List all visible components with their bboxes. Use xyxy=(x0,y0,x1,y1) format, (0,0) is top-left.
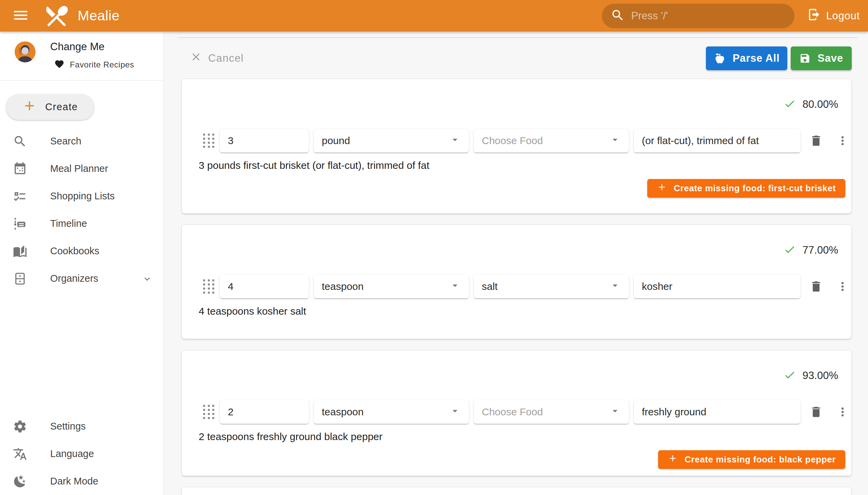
plus-icon xyxy=(657,182,667,194)
dropdown-arrow-icon xyxy=(609,134,621,148)
food-select[interactable]: Choose Food xyxy=(474,400,629,424)
more-options-button[interactable] xyxy=(835,279,850,294)
sidebar-item-label: Search xyxy=(50,136,81,147)
confidence-value: 93.00% xyxy=(803,370,838,382)
quantity-field[interactable] xyxy=(220,129,309,153)
unit-select[interactable]: pound xyxy=(313,129,469,153)
search-input[interactable] xyxy=(631,10,786,22)
ingredient-card: 80.00% pound Choose Food xyxy=(182,79,852,214)
sidebar-bottom-nav: Settings Language Dark Mode xyxy=(0,413,164,495)
chevron-down-icon xyxy=(142,274,153,286)
check-icon xyxy=(784,369,796,382)
sidebar-item-settings[interactable]: Settings xyxy=(0,413,164,440)
sidebar-divider xyxy=(0,80,164,81)
cancel-button[interactable]: Cancel xyxy=(190,51,244,66)
unit-value: teaspoon xyxy=(322,281,363,292)
quantity-field[interactable] xyxy=(220,400,309,424)
note-field[interactable] xyxy=(634,275,801,298)
plus-icon xyxy=(668,453,678,466)
sidebar-item-timeline[interactable]: Timeline xyxy=(0,210,164,237)
more-options-button[interactable] xyxy=(835,133,850,148)
moon-icon xyxy=(13,474,27,489)
unit-value: pound xyxy=(322,135,350,147)
create-missing-food-label: Create missing food: first-cut brisket xyxy=(674,183,836,193)
note-input[interactable] xyxy=(642,281,793,292)
dropdown-arrow-icon xyxy=(449,405,461,419)
ingredient-card: 93.00% teaspoon Choose Food xyxy=(182,350,852,476)
sidebar-item-cookbooks[interactable]: Cookbooks xyxy=(0,237,164,265)
sidebar-item-shopping-lists[interactable]: Shopping Lists xyxy=(0,183,164,210)
global-search[interactable] xyxy=(602,4,795,28)
quantity-field[interactable] xyxy=(220,275,309,298)
food-select[interactable]: Choose Food xyxy=(474,129,629,153)
note-field[interactable] xyxy=(634,129,801,153)
sidebar-item-label: Language xyxy=(50,448,94,459)
food-select[interactable]: salt xyxy=(474,275,629,298)
quantity-input[interactable] xyxy=(228,281,301,292)
sidebar: Change Me Favorite Recipes Create Search xyxy=(0,32,164,495)
more-options-button[interactable] xyxy=(835,405,850,420)
confidence-value: 77.00% xyxy=(803,244,838,256)
ingredient-fields: teaspoon salt xyxy=(182,275,852,298)
sidebar-item-organizers[interactable]: Organizers xyxy=(0,265,164,292)
sidebar-item-label: Settings xyxy=(50,421,86,432)
sidebar-item-label: Timeline xyxy=(50,218,87,229)
ingredient-fields: pound Choose Food xyxy=(182,129,852,153)
food-placeholder: Choose Food xyxy=(482,135,543,147)
original-ingredient-text: 4 teaspoons kosher salt xyxy=(199,306,306,317)
sidebar-item-search[interactable]: Search xyxy=(0,127,164,155)
parse-all-button[interactable]: Parse All xyxy=(706,47,787,70)
save-button[interactable]: Save xyxy=(791,47,852,70)
ingredient-fields: teaspoon Choose Food xyxy=(182,400,852,424)
ingredient-list: 80.00% pound Choose Food xyxy=(182,79,852,495)
drag-handle-icon[interactable] xyxy=(203,134,215,148)
note-input[interactable] xyxy=(642,406,793,418)
sidebar-item-label: Organizers xyxy=(50,273,98,284)
logout-icon xyxy=(807,8,821,24)
parse-status: 93.00% xyxy=(784,369,838,382)
create-missing-food-button[interactable]: Create missing food: black pepper xyxy=(658,450,845,469)
app-title: Mealie xyxy=(78,8,120,24)
quantity-input[interactable] xyxy=(228,135,301,147)
create-button-label: Create xyxy=(45,101,78,113)
user-block: Change Me Favorite Recipes xyxy=(0,32,164,80)
main-content: Cancel Parse All Save xyxy=(164,32,868,495)
calendar-icon xyxy=(13,162,27,176)
drag-handle-icon[interactable] xyxy=(203,405,215,419)
check-icon xyxy=(784,98,796,111)
delete-button[interactable] xyxy=(809,279,823,294)
parse-status: 80.00% xyxy=(784,98,838,111)
delete-button[interactable] xyxy=(809,405,823,420)
note-input[interactable] xyxy=(642,135,793,147)
menu-button[interactable] xyxy=(11,6,30,25)
drag-handle-icon[interactable] xyxy=(203,279,215,294)
note-field[interactable] xyxy=(634,400,801,424)
search-icon xyxy=(13,134,27,149)
sidebar-item-dark-mode[interactable]: Dark Mode xyxy=(0,467,164,495)
close-icon xyxy=(190,51,202,66)
unit-value: teaspoon xyxy=(322,406,363,418)
create-missing-food-label: Create missing food: black pepper xyxy=(684,454,836,465)
create-button[interactable]: Create xyxy=(6,94,94,120)
original-ingredient-text: 2 teaspoons freshly ground black pepper xyxy=(199,431,382,442)
sidebar-item-meal-planner[interactable]: Meal Planner xyxy=(0,155,164,183)
create-missing-food-button[interactable]: Create missing food: first-cut brisket xyxy=(647,179,845,198)
dropdown-arrow-icon xyxy=(449,280,461,294)
unit-select[interactable]: teaspoon xyxy=(313,275,469,298)
food-value: salt xyxy=(482,281,498,292)
delete-button[interactable] xyxy=(809,133,823,148)
quantity-input[interactable] xyxy=(228,406,301,418)
food-placeholder: Choose Food xyxy=(482,406,543,418)
favorite-recipes-link[interactable]: Favorite Recipes xyxy=(54,59,134,70)
favorite-recipes-label: Favorite Recipes xyxy=(70,60,134,69)
heart-icon xyxy=(54,59,64,70)
mealie-logo-icon xyxy=(43,2,70,30)
logout-button[interactable]: Logout xyxy=(807,8,860,24)
unit-select[interactable]: teaspoon xyxy=(313,400,469,424)
sidebar-item-language[interactable]: Language xyxy=(0,440,164,467)
avatar[interactable] xyxy=(15,41,36,62)
sidebar-item-label: Cookbooks xyxy=(50,245,99,257)
sidebar-nav: Search Meal Planner Shopping Lists Timel… xyxy=(0,127,164,292)
translate-icon xyxy=(13,447,27,461)
dropdown-arrow-icon xyxy=(449,134,461,148)
